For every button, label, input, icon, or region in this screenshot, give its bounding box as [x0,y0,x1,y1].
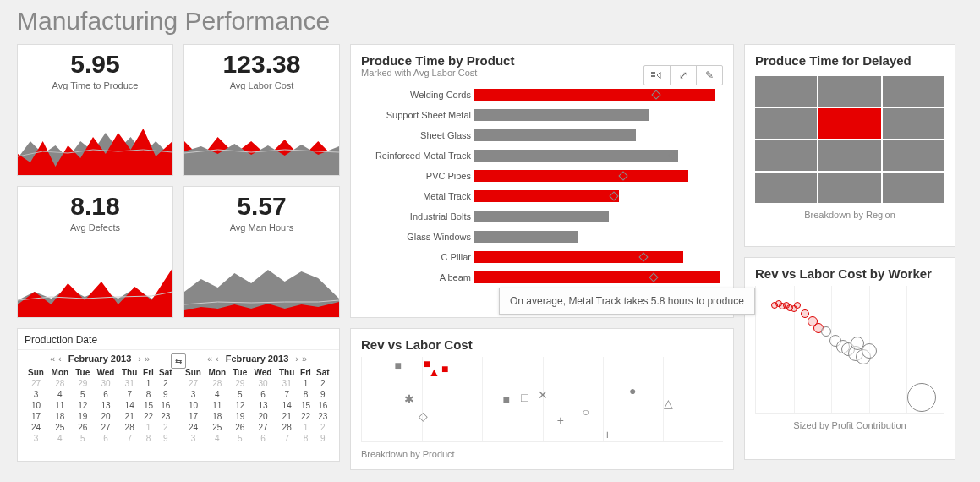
scatter-point[interactable]: ▲ [428,365,440,379]
calendar-day[interactable]: 5 [230,433,250,444]
calendar-day[interactable]: 12 [230,400,250,411]
calendar-day[interactable]: 18 [47,411,72,422]
calendar-day[interactable]: 29 [230,378,250,389]
bar-row[interactable]: Reinforced Metal Track [361,145,723,166]
scatter-point[interactable]: ■ [503,392,510,406]
calendar-day[interactable]: 16 [156,400,175,411]
calendar-day[interactable]: 23 [314,411,332,422]
bar-row[interactable]: A beam [361,267,723,288]
calendar-day[interactable]: 26 [230,422,250,433]
edit-icon[interactable]: ✎ [696,66,722,85]
bar-row[interactable]: Sheet Glass [361,125,723,145]
calendar-day[interactable]: 9 [314,389,332,400]
calendar-day[interactable]: 22 [298,411,313,422]
calendar-day[interactable]: 30 [250,378,276,389]
scatter-point[interactable]: ■ [441,362,448,375]
calendar-day[interactable]: 17 [25,411,47,422]
calendar-day[interactable]: 26 [73,422,93,433]
heatmap[interactable] [755,76,944,203]
calendar-day[interactable]: 27 [93,422,118,433]
calendar-day[interactable]: 1 [298,378,313,389]
heatmap-cell[interactable] [818,76,880,107]
calendar-day[interactable]: 2 [156,378,175,389]
heatmap-cell[interactable] [883,173,944,203]
calendar-day[interactable]: 27 [250,422,276,433]
calendar-day[interactable]: 7 [276,389,298,400]
calendar-day[interactable]: 8 [140,389,156,400]
scatter-point[interactable]: ✕ [538,388,548,402]
next-year-icon[interactable]: » [302,353,307,364]
calendar-day[interactable]: 3 [182,433,205,444]
kpi-avg-man-hours[interactable]: 5.57 Avg Man Hours [183,186,340,318]
produce-time-by-product-card[interactable]: Produce Time by Product Marked with Avg … [350,44,734,318]
production-date-picker[interactable]: Production Date « ‹ February 2013 › » Su… [17,328,340,462]
heatmap-cell[interactable] [883,140,944,171]
scatter-point[interactable]: ■ [394,359,401,372]
calendar-day[interactable]: 6 [93,433,118,444]
calendar-day[interactable]: 19 [73,411,93,422]
calendar-day[interactable]: 16 [314,400,332,411]
calendar-day[interactable]: 8 [140,433,156,444]
prev-month-icon[interactable]: ‹ [58,353,62,364]
calendar-day[interactable]: 31 [276,378,298,389]
calendar-day[interactable]: 8 [298,389,313,400]
bar-row[interactable]: Support Sheet Metal [361,105,723,125]
calendar-grid[interactable]: SunMonTueWedThuFriSat2728293031123456789… [182,367,332,444]
calendar-day[interactable]: 24 [25,422,47,433]
scatter-point[interactable]: + [604,428,610,441]
calendar-day[interactable]: 4 [205,389,229,400]
calendar-day[interactable]: 27 [25,378,47,389]
bar-row[interactable]: C Pillar [361,247,723,267]
rev-vs-labor-card[interactable]: Rev vs Labor Cost ■✱◇■▲■■□✕+○+●△ Breakdo… [350,328,734,470]
produce-time-delayed-card[interactable]: Produce Time for Delayed Breakdown by Re… [744,44,955,247]
calendar-day[interactable]: 7 [118,389,140,400]
calendar-day[interactable]: 1 [298,422,313,433]
calendar-day[interactable]: 5 [230,389,250,400]
bar-row[interactable]: Industrial Bolts [361,206,723,227]
calendar-day[interactable]: 11 [47,400,72,411]
calendar-day[interactable]: 2 [314,378,332,389]
bubble-point[interactable] [794,302,801,309]
next-year-icon[interactable]: » [145,353,150,364]
calendar-day[interactable]: 5 [73,389,93,400]
calendar-day[interactable]: 30 [93,378,118,389]
calendar-day[interactable]: 4 [47,433,72,444]
kpi-avg-defects[interactable]: 8.18 Avg Defects [17,186,173,318]
calendar-day[interactable]: 19 [230,411,250,422]
calendar-day[interactable]: 23 [156,411,175,422]
calendar-day[interactable]: 24 [182,422,205,433]
scatter-point[interactable]: ✱ [404,392,414,406]
calendar-day[interactable]: 7 [276,433,298,444]
scatter-point[interactable]: ◇ [419,409,428,423]
calendar-day[interactable]: 11 [205,400,229,411]
heatmap-cell[interactable] [755,140,817,171]
calendar-day[interactable]: 5 [73,433,93,444]
bar-row[interactable]: Metal Track [361,186,723,206]
calendar-day[interactable]: 28 [205,378,229,389]
scatter-point[interactable]: □ [521,391,528,404]
scatter-point[interactable]: ● [629,384,636,397]
calendar-day[interactable]: 21 [276,411,298,422]
scatter-chart[interactable]: ■✱◇■▲■■□✕+○+●△ [361,357,723,442]
calendar-day[interactable]: 6 [93,389,118,400]
heatmap-cell[interactable] [883,76,944,107]
prev-year-icon[interactable]: « [207,353,212,364]
calendar-day[interactable]: 4 [205,433,229,444]
calendar-day[interactable]: 10 [182,400,205,411]
bar-chart[interactable]: Welding CordsSupport Sheet MetalSheet Gl… [361,85,723,288]
calendar-day[interactable]: 13 [93,400,118,411]
calendar-day[interactable]: 25 [205,422,229,433]
calendar-day[interactable]: 1 [140,422,156,433]
bubble-point[interactable] [862,343,877,359]
calendar-day[interactable]: 18 [205,411,229,422]
next-month-icon[interactable]: › [295,353,298,364]
next-month-icon[interactable]: › [138,353,141,364]
calendar-day[interactable]: 10 [25,400,47,411]
bar-row[interactable]: PVC Pipes [361,166,723,186]
calendar-day[interactable]: 13 [250,400,276,411]
heatmap-cell[interactable] [818,173,880,203]
calendar-day[interactable]: 14 [276,400,298,411]
expand-icon[interactable]: ⤢ [670,66,696,85]
calendar-day[interactable]: 8 [298,433,313,444]
calendar-day[interactable]: 3 [25,433,47,444]
